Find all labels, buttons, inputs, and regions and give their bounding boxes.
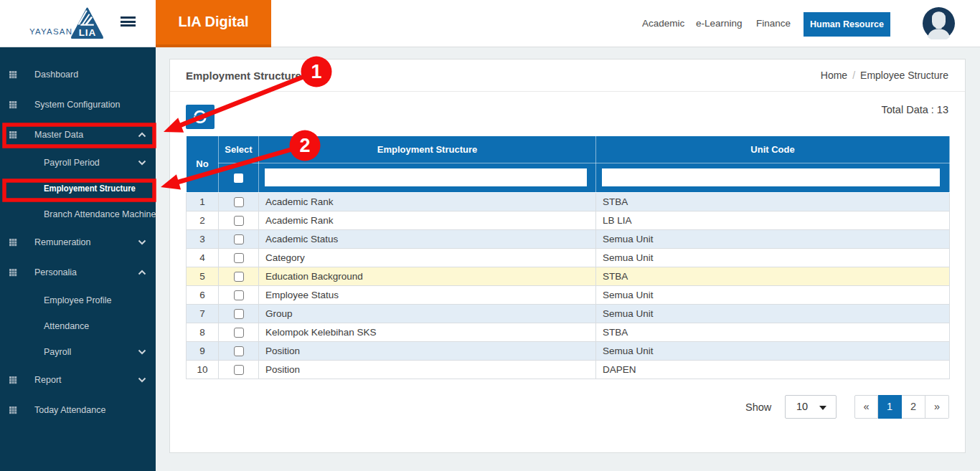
svg-text:LIA: LIA xyxy=(79,27,97,38)
